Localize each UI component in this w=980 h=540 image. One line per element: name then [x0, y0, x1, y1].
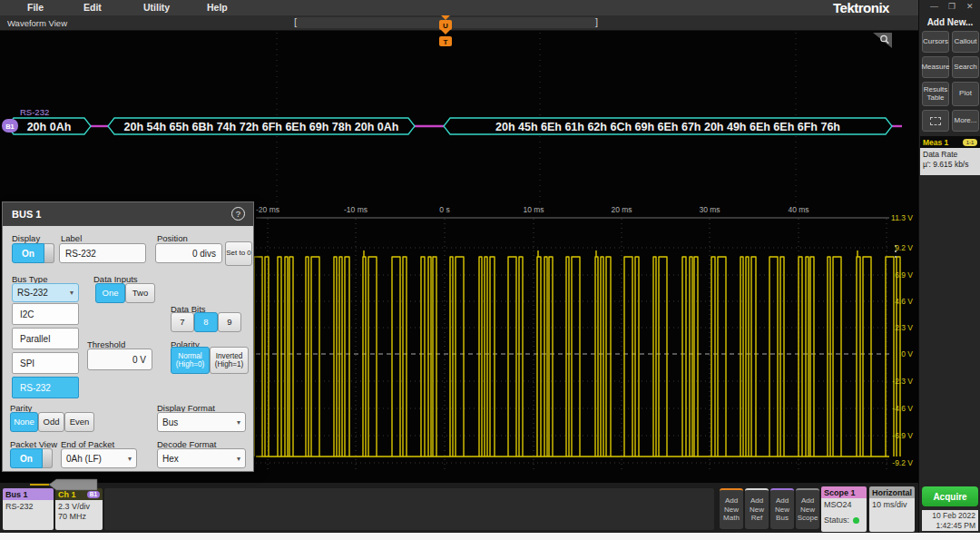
data-bits-9[interactable]: 9 [218, 312, 241, 332]
display-label: Display [12, 233, 40, 243]
add-new-title: Add New... [919, 17, 980, 27]
meas1-badge: 1-1 [963, 139, 977, 146]
ch1-bus-tag: B1 [87, 491, 100, 498]
scope1-body: MSO24 Status: [821, 498, 867, 532]
minimap-right-bracket[interactable]: ] [595, 16, 598, 27]
menu-bar: File Edit Utility Help Tektronix [0, 0, 918, 15]
ch1-badge-title: Ch 1 B1 [55, 488, 103, 500]
close-icon[interactable]: ✕ [966, 2, 974, 11]
polarity-normal-sub: (High=0) [176, 360, 205, 368]
bus1-badge-value: RS-232 [3, 500, 54, 530]
minimap-left-bracket[interactable]: [ [294, 16, 297, 27]
add-new-math-button[interactable]: Add New Math [720, 488, 743, 529]
data-inputs-one[interactable]: One [95, 283, 125, 303]
right-sidebar: — ❐ ✕ Add New... Cursors Callout Measure… [918, 0, 980, 533]
bus-type-option-parallel[interactable]: Parallel [12, 328, 79, 349]
callout-button[interactable]: Callout [952, 31, 979, 53]
menu-utility[interactable]: Utility [143, 2, 170, 13]
ch1-badge[interactable]: Ch 1 B1 2.3 V/div 70 MHz [55, 488, 103, 530]
ch1-bandwidth: 70 MHz [58, 512, 100, 522]
polarity-inverted[interactable]: Inverted (High=1) [210, 347, 249, 374]
bus1-badge-title: Bus 1 [3, 488, 54, 500]
display-toggle-knob [44, 243, 54, 263]
chevron-down-icon: ▾ [70, 289, 74, 297]
tektronix-logo: Tektronix [833, 0, 889, 15]
chevron-down-icon: ▾ [237, 418, 240, 427]
scope1-model: MSO24 [824, 500, 864, 510]
meas1-value: µ': 9.615 kb/s [923, 160, 977, 170]
scope1-title: Scope 1 [821, 486, 867, 498]
ch1-scale: 2.3 V/div [58, 502, 100, 512]
parity-odd[interactable]: Odd [38, 412, 64, 432]
data-bits-7[interactable]: 7 [171, 312, 194, 332]
polarity-normal[interactable]: Normal (High=0) [171, 347, 210, 374]
minimize-icon[interactable]: — [930, 2, 938, 11]
add-new-scope-button[interactable]: Add New Scope [796, 488, 819, 529]
meas1-result-panel[interactable]: Meas 1 1-1 Data Rate µ': 9.615 kb/s [920, 136, 980, 175]
bus-type-option-i2c[interactable]: I2C [12, 303, 79, 325]
meas1-body: Data Rate µ': 9.615 kb/s [920, 148, 980, 175]
horizontal-badge[interactable]: Horizontal 10 ms/div [869, 486, 915, 532]
menu-file[interactable]: File [27, 2, 44, 13]
threshold-input[interactable]: 0 V [87, 349, 152, 370]
plot-button[interactable]: Plot [952, 82, 979, 106]
display-format-dropdown[interactable]: Bus ▾ [157, 412, 246, 432]
horizontal-title: Horizontal [869, 486, 915, 498]
display-toggle[interactable]: On [12, 243, 54, 263]
horizontal-value: 10 ms/div [869, 498, 915, 532]
packet-view-on: On [10, 448, 43, 468]
label-input[interactable]: RS-232 [59, 243, 146, 263]
parity-even[interactable]: Even [64, 412, 94, 432]
cursors-button[interactable]: Cursors [922, 31, 949, 53]
bus-type-dropdown[interactable]: RS-232 ▾ [12, 283, 79, 302]
ch1-label: Ch 1 [58, 490, 76, 499]
chevron-down-icon: ▾ [237, 455, 240, 463]
data-bits-8[interactable]: 8 [194, 312, 218, 332]
search-button[interactable]: Search [952, 56, 979, 78]
datetime-display: 10 Feb 2022 1:42:45 PM [922, 510, 978, 531]
draw-a-box-icon [930, 117, 941, 125]
parity-none[interactable]: None [10, 412, 38, 432]
draw-a-box-button[interactable] [922, 110, 949, 132]
display-on: On [12, 243, 44, 263]
label-label: Label [61, 233, 82, 243]
tab-waveform-view[interactable]: Waveform View [7, 18, 67, 28]
position-input[interactable]: 0 divs [155, 243, 222, 263]
scope1-badge[interactable]: Scope 1 MSO24 Status: [821, 486, 867, 532]
scope1-status-label: Status: [824, 515, 849, 525]
decode-format-value: Hex [162, 454, 179, 464]
bus1-config-dialog: BUS 1 ? Display On Label RS-232 Position… [2, 201, 254, 472]
set-to-zero-button[interactable]: Set to 0 [225, 241, 252, 266]
measure-button[interactable]: Measure [922, 56, 949, 78]
meas1-header: Meas 1 1-1 [920, 136, 980, 148]
add-new-bus-button[interactable]: Add New Bus [770, 488, 794, 529]
overview-minimap[interactable]: [ ] [295, 17, 597, 28]
polarity-inverted-text: Inverted [216, 352, 243, 360]
acquire-button[interactable]: Acquire [922, 486, 978, 506]
settings-strip [104, 488, 714, 530]
menu-edit[interactable]: Edit [83, 2, 102, 13]
bus-type-option-spi[interactable]: SPI [12, 352, 79, 374]
packet-view-toggle-knob [43, 448, 53, 468]
data-inputs-two[interactable]: Two [125, 283, 155, 303]
packet-view-toggle[interactable]: On [10, 448, 53, 468]
bus-type-value: RS-232 [17, 288, 48, 298]
more-button[interactable]: More... [952, 110, 979, 132]
bus1-badge[interactable]: Bus 1 RS-232 [3, 488, 54, 530]
ch1-badge-body: 2.3 V/div 70 MHz [55, 500, 103, 530]
add-new-ref-button[interactable]: Add New Ref [745, 488, 769, 529]
status-green-dot [853, 517, 859, 524]
end-of-packet-dropdown[interactable]: 0Ah (LF) ▾ [61, 448, 137, 468]
screen-border [0, 533, 980, 540]
menu-help[interactable]: Help [207, 2, 228, 13]
bottom-bar: Bus 1 RS-232 Ch 1 B1 2.3 V/div 70 MHz Ad… [0, 483, 918, 533]
view-tab-bar: Waveform View [ ] [0, 15, 918, 31]
restore-icon[interactable]: ❐ [948, 2, 956, 11]
decode-format-dropdown[interactable]: Hex ▾ [157, 448, 246, 468]
polarity-inverted-sub: (High=1) [215, 360, 244, 368]
chevron-down-icon: ▾ [128, 455, 132, 463]
bus-type-option-rs232[interactable]: RS-232 [12, 377, 79, 398]
dialog-title[interactable]: BUS 1 [3, 202, 253, 226]
results-table-button[interactable]: Results Table [922, 82, 949, 106]
help-icon[interactable]: ? [231, 207, 245, 221]
